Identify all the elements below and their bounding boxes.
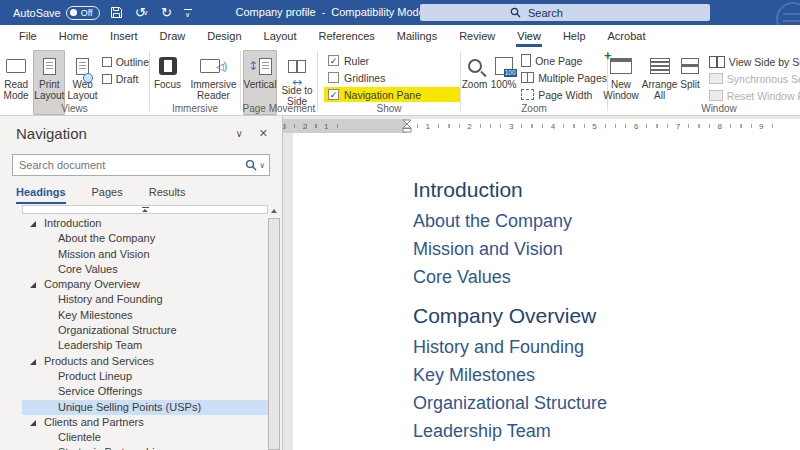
title-bar: AutoSave Off ↺∨ ↻ ∨ Company profile - Co… — [0, 0, 800, 25]
show-group-label: Show — [318, 103, 460, 114]
scrollbar-thumb[interactable] — [268, 218, 280, 450]
heading-tree-item[interactable]: Product Lineup — [22, 369, 268, 384]
document-heading[interactable]: History and Founding — [413, 336, 800, 359]
document-page[interactable]: Introduction About the Company Mission a… — [293, 133, 800, 450]
immersive-group-label: Immersive — [150, 103, 240, 114]
navigation-tab[interactable]: Pages — [92, 186, 123, 204]
scroll-up-icon[interactable] — [268, 205, 280, 217]
ribbon-tab[interactable]: Insert — [99, 25, 149, 47]
checkbox-icon[interactable] — [328, 55, 339, 66]
collapse-triangle-icon[interactable] — [30, 282, 36, 288]
outline-button[interactable]: Outline — [102, 54, 149, 69]
document-heading[interactable]: Core Values — [413, 266, 800, 289]
heading-tree-item[interactable]: Products and Services — [22, 354, 268, 369]
heading-tree-item[interactable]: Clientele — [22, 430, 268, 445]
indent-marker-icon[interactable] — [402, 119, 412, 133]
ruler-number: 9 — [757, 122, 765, 131]
jump-to-top-control[interactable] — [22, 205, 268, 214]
draft-button[interactable]: Draft — [102, 71, 149, 86]
headings-tree: Introduction About the Company Mission a… — [22, 216, 268, 450]
ruler-margin-section: 321 — [283, 119, 407, 133]
ribbon-tab[interactable]: Review — [448, 25, 506, 47]
heading-label: Key Milestones — [58, 308, 133, 323]
ribbon-tab[interactable]: File — [8, 25, 48, 47]
view-side-by-side-button[interactable]: View Side by Side — [709, 54, 800, 69]
compatibility-mode-label: Compatibility Mode — [331, 6, 425, 19]
heading-tree-item[interactable]: Introduction — [22, 216, 268, 231]
document-heading[interactable]: About the Company — [413, 210, 800, 233]
search-box[interactable]: Search — [420, 4, 710, 21]
quick-access-toolbar: AutoSave Off ↺∨ ↻ ∨ — [13, 5, 192, 21]
checkbox-label: Navigation Pane — [344, 89, 421, 101]
autosave-toggle[interactable]: AutoSave Off — [13, 6, 100, 20]
new-window-icon — [610, 53, 632, 79]
heading-tree-item[interactable]: Leadership Team — [22, 338, 268, 353]
document-heading[interactable]: Mission and Vision — [413, 238, 800, 261]
ribbon-tab[interactable]: View — [506, 25, 552, 47]
heading-tree-item[interactable]: Company Overview — [22, 277, 268, 292]
zoom-icon — [468, 53, 482, 79]
heading-tree-item[interactable]: About the Company — [22, 231, 268, 246]
pane-close-icon[interactable]: ✕ — [255, 127, 272, 140]
autosave-pill[interactable]: Off — [66, 6, 100, 20]
document-name: Company profile — [236, 6, 316, 19]
document-heading[interactable]: Leadership Team — [413, 420, 800, 443]
heading-tree-item[interactable]: Clients and Partners — [22, 415, 268, 430]
document-heading[interactable]: Introduction — [413, 177, 800, 203]
heading-tree-item[interactable]: Unique Selling Points (USPs) — [22, 400, 268, 415]
window-group-label: Window — [608, 103, 800, 114]
show-checkbox-row[interactable]: Navigation Pane — [324, 87, 460, 102]
ribbon-tab[interactable]: Help — [552, 25, 597, 47]
ribbon-tab[interactable]: References — [308, 25, 386, 47]
heading-tree-item[interactable]: Key Milestones — [22, 308, 268, 323]
undo-icon[interactable]: ↺∨ — [134, 5, 150, 21]
checkbox-icon[interactable] — [328, 89, 339, 100]
collapse-triangle-icon[interactable] — [30, 420, 36, 426]
heading-label: Product Lineup — [58, 369, 132, 384]
redo-icon[interactable]: ↻ — [159, 5, 175, 21]
document-search-field[interactable]: ∨ — [12, 154, 270, 176]
search-document-icon[interactable]: ∨ — [245, 159, 265, 171]
collapse-triangle-icon[interactable] — [30, 221, 36, 227]
horizontal-ruler[interactable]: 321 123456789 — [283, 119, 800, 133]
outline-icon — [102, 57, 112, 67]
navigation-tab[interactable]: Results — [149, 186, 186, 204]
ribbon-tab[interactable]: Acrobat — [597, 25, 657, 47]
document-heading[interactable]: Company Overview — [413, 303, 800, 329]
checkbox-label: Gridlines — [344, 72, 385, 84]
save-icon[interactable] — [109, 5, 125, 21]
document-heading[interactable]: Organizational Structure — [413, 392, 800, 415]
customize-quick-access-icon[interactable]: ∨ — [184, 9, 192, 17]
ribbon-tab[interactable]: Mailings — [386, 25, 448, 47]
heading-tree-item[interactable]: Strategic Partnerships — [22, 445, 268, 450]
navigation-pane-title: Navigation — [16, 125, 223, 142]
read-mode-icon — [6, 53, 26, 79]
collapse-triangle-icon[interactable] — [30, 359, 36, 365]
checkbox-icon[interactable] — [328, 72, 339, 83]
synchronous-scrolling-icon — [709, 73, 723, 84]
ribbon-tab[interactable]: Home — [48, 25, 99, 47]
page-width-button[interactable]: Page Width — [521, 87, 607, 102]
multiple-pages-button[interactable]: Multiple Pages — [521, 70, 607, 85]
heading-tree-item[interactable]: History and Founding — [22, 292, 268, 307]
view-side-by-side-icon — [709, 56, 725, 68]
ribbon-tab[interactable]: Layout — [253, 25, 308, 47]
immersive-reader-icon: ◁) — [200, 53, 227, 79]
nav-scrollbar[interactable] — [268, 205, 280, 450]
ruler-number: 3 — [507, 122, 515, 131]
navigation-tabs: Headings Pages Results — [16, 186, 185, 204]
search-document-input[interactable] — [13, 159, 245, 171]
show-checkbox-row[interactable]: Ruler — [324, 53, 460, 68]
reset-window-position-icon — [709, 90, 723, 101]
pane-options-chevron-icon[interactable]: ∨ — [223, 128, 254, 139]
ribbon-tab[interactable]: Design — [196, 25, 252, 47]
heading-tree-item[interactable]: Core Values — [22, 262, 268, 277]
heading-tree-item[interactable]: Organizational Structure — [22, 323, 268, 338]
one-page-button[interactable]: One Page — [521, 53, 607, 68]
navigation-tab[interactable]: Headings — [16, 186, 66, 204]
document-heading[interactable]: Key Milestones — [413, 364, 800, 387]
show-checkbox-row[interactable]: Gridlines — [324, 70, 460, 85]
ribbon-tab[interactable]: Draw — [149, 25, 197, 47]
heading-tree-item[interactable]: Service Offerings — [22, 384, 268, 399]
heading-tree-item[interactable]: Mission and Vision — [22, 247, 268, 262]
